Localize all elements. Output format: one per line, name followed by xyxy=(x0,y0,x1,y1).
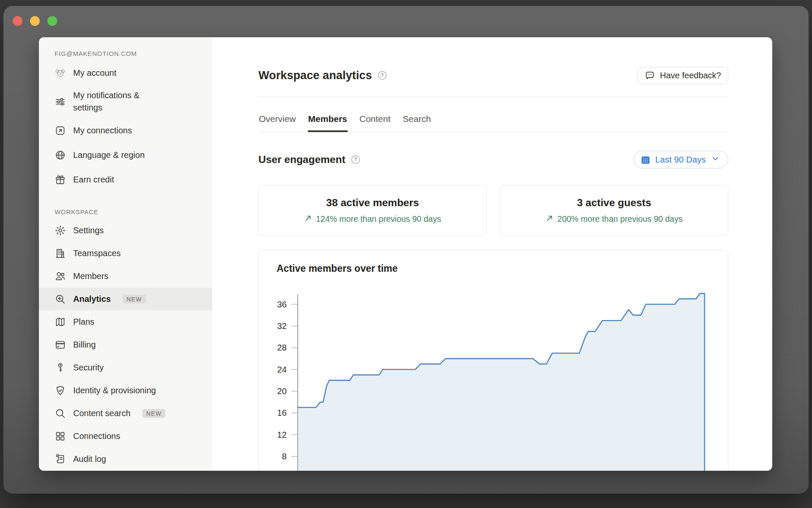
sidebar-item-label: Members xyxy=(73,271,108,281)
calendar-icon xyxy=(640,155,651,165)
macos-window: FIG@MAKENOTION.COM My accountMy notifica… xyxy=(3,6,809,494)
trend-up-icon xyxy=(304,214,312,224)
sidebar-item-teamspaces[interactable]: Teamspaces xyxy=(39,242,212,265)
account-section-label: FIG@MAKENOTION.COM xyxy=(55,50,202,57)
help-icon[interactable]: ? xyxy=(378,71,387,80)
page-title: Workspace analytics xyxy=(258,69,372,82)
sidebar-item-label: Identity & provisioning xyxy=(73,386,156,395)
workspace-nav: SettingsTeamspacesMembersAnalyticsNEWPla… xyxy=(39,219,212,470)
sidebar-item-language-region[interactable]: Language & region xyxy=(39,143,212,167)
stat-value: 3 active guests xyxy=(577,197,651,209)
sidebar-item-my-connections[interactable]: My connections xyxy=(39,118,212,143)
stat-delta-text: 200% more than previous 90 days xyxy=(557,214,683,224)
settings-main-panel: Workspace analytics ? Have feedback? Ove… xyxy=(212,37,772,471)
avatar-icon xyxy=(55,67,66,79)
audit-log-icon xyxy=(55,453,66,465)
tab-search[interactable]: Search xyxy=(402,114,431,132)
y-axis-tick-label: 24 xyxy=(277,364,287,374)
minimize-window-button[interactable] xyxy=(30,16,40,26)
traffic-lights xyxy=(13,16,57,26)
sidebar-item-label: My connections xyxy=(73,126,132,135)
date-range-dropdown[interactable]: Last 90 Days xyxy=(634,151,728,168)
stat-card-3-active-guests: 3 active guests 200% more than previous … xyxy=(500,185,728,236)
trend-up-icon xyxy=(546,214,554,224)
sidebar-item-label: Language & region xyxy=(73,150,145,160)
sidebar-item-label: Security xyxy=(73,363,104,373)
sidebar-item-content-search[interactable]: Content searchNEW xyxy=(39,402,212,425)
sidebar-item-plans[interactable]: Plans xyxy=(39,310,212,333)
y-axis-tick-label: 32 xyxy=(277,321,287,331)
analytics-magnifier-icon xyxy=(55,293,66,305)
svg-text:?: ? xyxy=(354,157,357,163)
fullscreen-window-button[interactable] xyxy=(47,16,57,26)
have-feedback-button[interactable]: Have feedback? xyxy=(637,67,728,84)
globe-icon xyxy=(55,149,66,161)
sidebar-item-label: Teamspaces xyxy=(73,248,121,258)
sidebar-item-label: Analytics xyxy=(73,294,111,304)
shield-check-icon xyxy=(55,385,66,396)
sidebar-item-my-notifications-settings[interactable]: My notifications & settings xyxy=(39,85,212,118)
sidebar-item-label: Billing xyxy=(73,340,96,350)
tab-overview[interactable]: Overview xyxy=(258,114,296,132)
y-axis-tick-label: 36 xyxy=(277,299,287,309)
y-axis-tick-label: 12 xyxy=(277,430,287,439)
sidebar-item-billing[interactable]: Billing xyxy=(39,333,212,356)
sidebar-item-connections[interactable]: Connections xyxy=(39,425,212,447)
sidebar-item-earn-credit[interactable]: Earn credit xyxy=(39,167,212,192)
gear-icon xyxy=(55,225,66,236)
svg-text:?: ? xyxy=(381,72,384,78)
sidebar-item-my-account[interactable]: My account xyxy=(39,61,212,85)
y-axis-tick-label: 20 xyxy=(277,386,287,396)
stat-value: 38 active members xyxy=(326,197,419,209)
help-icon[interactable]: ? xyxy=(351,155,360,164)
section-title: User engagement xyxy=(258,154,346,166)
arrow-up-right-square-icon xyxy=(55,125,66,136)
active-members-chart-card: Active members over time 812162024283236 xyxy=(258,250,728,471)
stat-delta-text: 124% more than previous 90 days xyxy=(316,214,441,224)
chevron-down-icon xyxy=(710,153,721,166)
building-icon xyxy=(55,248,66,259)
active-members-area-chart: 812162024283236 xyxy=(259,250,727,471)
sidebar-item-label: Earn credit xyxy=(73,175,114,185)
grid-icon xyxy=(55,431,66,442)
page-header: Workspace analytics ? Have feedback? xyxy=(258,65,728,86)
sidebar-item-label: Audit log xyxy=(73,454,106,464)
sidebar-item-label: Connections xyxy=(73,431,120,441)
credit-card-icon xyxy=(55,339,66,351)
sidebar-item-label: My account xyxy=(73,68,116,78)
settings-sidebar: FIG@MAKENOTION.COM My accountMy notifica… xyxy=(39,37,212,471)
settings-modal: FIG@MAKENOTION.COM My accountMy notifica… xyxy=(39,37,772,471)
desktop-background: FIG@MAKENOTION.COM My accountMy notifica… xyxy=(0,0,812,508)
stat-delta: 124% more than previous 90 days xyxy=(304,214,441,224)
sidebar-item-audit-log[interactable]: Audit log xyxy=(39,447,212,470)
engagement-header: User engagement ? Last 90 Days xyxy=(258,151,728,168)
sidebar-item-identity-provisioning[interactable]: Identity & provisioning xyxy=(39,379,212,402)
y-axis-tick-label: 16 xyxy=(277,408,287,417)
tab-content[interactable]: Content xyxy=(359,114,391,132)
notification-sliders-icon xyxy=(55,96,66,108)
analytics-tabs: OverviewMembersContentSearch xyxy=(258,114,728,132)
new-badge: NEW xyxy=(123,295,146,304)
stat-card-38-active-members: 38 active members 124% more than previou… xyxy=(258,185,487,236)
close-window-button[interactable] xyxy=(13,16,22,26)
sidebar-item-analytics[interactable]: AnalyticsNEW xyxy=(39,287,212,310)
account-nav: My accountMy notifications & settingsMy … xyxy=(39,61,212,192)
map-icon xyxy=(55,316,66,328)
sidebar-item-label: Content search xyxy=(73,409,131,418)
key-icon xyxy=(55,362,66,373)
gift-icon xyxy=(55,174,66,185)
workspace-section-label: WORKSPACE xyxy=(55,208,202,215)
stat-delta: 200% more than previous 90 days xyxy=(546,214,683,224)
y-axis-tick-label: 28 xyxy=(277,342,287,352)
search-icon xyxy=(55,408,66,419)
feedback-button-label: Have feedback? xyxy=(660,71,721,80)
sidebar-item-security[interactable]: Security xyxy=(39,356,212,379)
tab-members[interactable]: Members xyxy=(308,114,348,132)
header-divider xyxy=(258,97,728,97)
sidebar-item-label: Plans xyxy=(73,317,94,327)
sidebar-item-label: Settings xyxy=(73,226,104,235)
chart-area-fill xyxy=(298,293,705,471)
sidebar-item-label: My notifications & settings xyxy=(73,89,154,114)
sidebar-item-settings[interactable]: Settings xyxy=(39,219,212,242)
sidebar-item-members[interactable]: Members xyxy=(39,265,212,287)
